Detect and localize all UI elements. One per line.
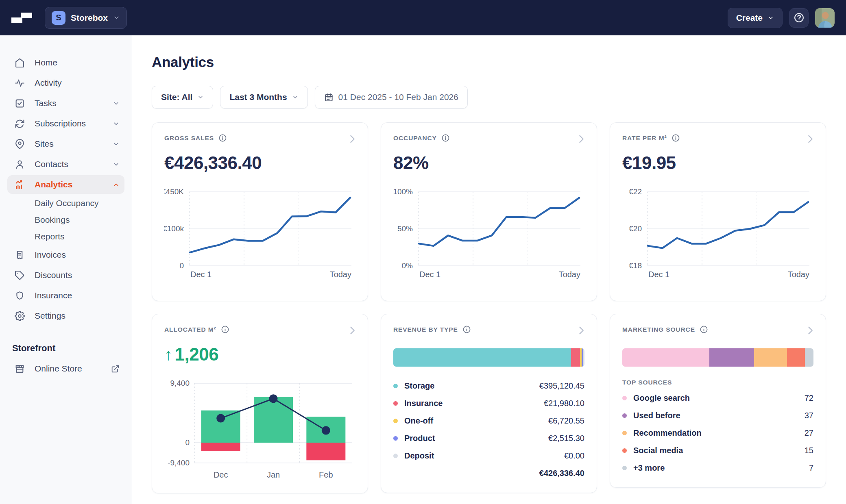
- home-icon: [15, 58, 25, 68]
- info-icon[interactable]: [672, 134, 680, 142]
- help-button[interactable]: [789, 8, 809, 28]
- info-icon[interactable]: [441, 134, 450, 142]
- bar-segment: [754, 348, 787, 367]
- legend-label: Storage: [404, 381, 434, 391]
- svg-text:€100k: €100k: [164, 224, 184, 233]
- workspace-name: Storebox: [71, 13, 108, 23]
- svg-text:0: 0: [179, 261, 184, 270]
- info-icon[interactable]: [700, 325, 708, 334]
- sidebar-item-invoices[interactable]: Invoices: [0, 245, 132, 265]
- legend-row: Social media 15: [622, 442, 813, 459]
- chevron-right-icon[interactable]: [347, 133, 358, 145]
- rate-per-m2-chart: €22€20€18Dec 1Today: [622, 187, 813, 281]
- legend-row: Product €2,515.30: [393, 430, 584, 447]
- occupancy-chart: 100%50%0%Dec 1Today: [393, 187, 584, 281]
- sidebar-item-analytics[interactable]: Analytics: [7, 175, 124, 194]
- legend-row: Storage €395,120.45: [393, 377, 584, 395]
- storefront-icon: [15, 364, 25, 374]
- sidebar-item-home[interactable]: Home: [0, 52, 132, 73]
- svg-text:€18: €18: [629, 261, 642, 270]
- card-title: RATE PER M²: [622, 135, 667, 142]
- sidebar-item-settings[interactable]: Settings: [0, 306, 132, 326]
- chevron-right-icon[interactable]: [805, 133, 816, 145]
- legend-label: Used before: [633, 411, 680, 420]
- sidebar-item-discounts[interactable]: Discounts: [0, 265, 132, 285]
- card-title: OCCUPANCY: [393, 135, 437, 142]
- gross-sales-card: GROSS SALES €426,336.40 €450K€100k0Dec 1…: [152, 122, 368, 301]
- sidebar-item-label: Contacts: [35, 159, 68, 169]
- card-title: MARKETING SOURCE: [622, 326, 695, 333]
- sidebar-item-activity[interactable]: Activity: [0, 73, 132, 93]
- sidebar-item-contacts[interactable]: Contacts: [0, 154, 132, 174]
- svg-text:0: 0: [185, 438, 190, 447]
- occupancy-value: 82%: [393, 153, 584, 173]
- legend-dot: [622, 431, 627, 435]
- legend-label: Recommendation: [633, 428, 702, 438]
- legend-dot: [393, 436, 398, 441]
- info-icon[interactable]: [462, 325, 471, 334]
- workspace-badge: S: [52, 11, 65, 25]
- revenue-total: €426,336.40: [393, 465, 584, 482]
- bar-segment: [622, 348, 709, 367]
- sidebar-item-online-store[interactable]: Online Store: [0, 358, 132, 379]
- arrow-up-icon: ↑: [164, 345, 172, 364]
- legend-dot: [393, 401, 398, 406]
- legend-label: Google search: [633, 393, 690, 403]
- svg-text:0%: 0%: [402, 261, 413, 270]
- revenue-legend: Storage €395,120.45 Insurance €21,980.10…: [393, 377, 584, 482]
- sidebar-item-label: Analytics: [35, 180, 72, 189]
- legend-label: One-off: [404, 416, 433, 426]
- calendar-icon: [324, 93, 334, 102]
- chevron-down-icon: [292, 94, 299, 100]
- legend-label: Deposit: [404, 451, 434, 461]
- legend-row: +3 more 7: [622, 459, 813, 477]
- sidebar-subitem-reports[interactable]: Reports: [0, 228, 132, 245]
- date-range-label: 01 Dec 2025 - 10 Feb Jan 2026: [338, 92, 458, 102]
- legend-dot: [393, 384, 398, 388]
- sidebar-item-label: Settings: [35, 311, 65, 321]
- sidebar-item-label: Subscriptions: [35, 119, 86, 128]
- card-title: ALLOCATED M²: [164, 326, 216, 333]
- card-title: GROSS SALES: [164, 135, 214, 142]
- bar-segment: [787, 348, 805, 367]
- legend-value: €0.00: [564, 451, 584, 461]
- svg-text:Jan: Jan: [267, 470, 280, 479]
- chevron-right-icon[interactable]: [347, 325, 358, 336]
- svg-text:€20: €20: [629, 224, 642, 233]
- create-button[interactable]: Create: [728, 8, 783, 28]
- info-icon[interactable]: [218, 134, 227, 142]
- sidebar-subitem-label: Reports: [35, 232, 65, 241]
- chevron-down-icon: [113, 100, 120, 107]
- sidebar-item-subscriptions[interactable]: Subscriptions: [0, 113, 132, 134]
- chevron-right-icon[interactable]: [576, 325, 587, 336]
- legend-dot: [622, 413, 627, 418]
- legend-row: Deposit €0.00: [393, 447, 584, 465]
- legend-value: €21,980.10: [544, 399, 584, 408]
- chevron-down-icon: [113, 161, 120, 168]
- period-filter-button[interactable]: Last 3 Months: [220, 86, 307, 109]
- workspace-switcher[interactable]: S Storebox: [45, 7, 127, 29]
- sidebar-item-label: Online Store: [35, 364, 82, 374]
- info-icon[interactable]: [221, 325, 229, 334]
- site-filter-button[interactable]: Site: All: [152, 86, 213, 109]
- main-content: Analytics Site: All Last 3 Months 01 Dec…: [132, 35, 846, 504]
- sidebar-item-tasks[interactable]: Tasks: [0, 93, 132, 113]
- sidebar-section-storefront: Storefront: [0, 326, 132, 358]
- legend-row: One-off €6,720.55: [393, 412, 584, 430]
- svg-text:Feb: Feb: [319, 470, 333, 479]
- user-avatar[interactable]: [815, 8, 835, 28]
- insurance-icon: [15, 291, 25, 301]
- sidebar-subitem-daily-occupancy[interactable]: Daily Occupancy: [0, 195, 132, 211]
- legend-value: 37: [805, 411, 813, 420]
- date-range-button[interactable]: 01 Dec 2025 - 10 Feb Jan 2026: [315, 86, 468, 109]
- sidebar-item-sites[interactable]: Sites: [0, 134, 132, 154]
- svg-text:€450K: €450K: [164, 187, 184, 196]
- sidebar-item-insurance[interactable]: Insurance: [0, 285, 132, 306]
- sidebar-subitem-bookings[interactable]: Bookings: [0, 211, 132, 228]
- discounts-icon: [15, 270, 25, 280]
- chevron-right-icon[interactable]: [576, 133, 587, 145]
- settings-icon: [15, 311, 25, 321]
- svg-text:-9,400: -9,400: [168, 458, 190, 467]
- allocated-m2-value: ↑ 1,206: [164, 344, 355, 365]
- chevron-right-icon[interactable]: [805, 325, 816, 336]
